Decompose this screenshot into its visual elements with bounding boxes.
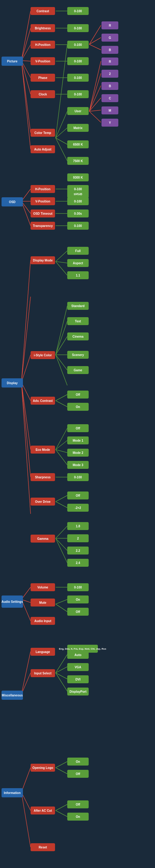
adv-on-node: On — [67, 403, 89, 411]
matrix-node: Matrix — [67, 124, 89, 132]
sharpness-node: Sharpness — [31, 473, 55, 481]
hpos-range-node: 0-100 — [67, 41, 89, 49]
g22-node: 2.2 — [67, 547, 89, 555]
eco-mode3-node: Mode 3 — [67, 461, 89, 469]
text-node: Text — [67, 317, 89, 325]
svg-line-7 — [22, 61, 31, 149]
display-mode-node: Display Mode — [31, 256, 55, 264]
svg-line-81 — [56, 768, 67, 774]
od-m2-node: -2+2 — [67, 504, 89, 512]
gamma-node: Gamma — [31, 535, 55, 542]
adv-contrast-node: Adv. Contrast — [31, 397, 55, 405]
matrix-b-node: B — [101, 82, 118, 90]
vol-range-node: 0-100 — [67, 583, 89, 591]
svg-line-60 — [56, 502, 67, 508]
svg-line-56 — [56, 450, 67, 453]
svg-line-20 — [89, 38, 101, 44]
matrix-m-node: M — [101, 106, 118, 114]
svg-line-25 — [89, 98, 101, 111]
osd-h-node: H-Position — [31, 185, 55, 193]
user-r-node: R — [101, 22, 118, 29]
svg-line-48 — [56, 336, 67, 355]
svg-line-54 — [56, 428, 67, 450]
svg-line-6 — [22, 61, 31, 133]
od-off-node: Off — [67, 492, 89, 499]
brightness-node: Brightness — [31, 24, 55, 32]
svg-line-1 — [22, 28, 31, 61]
osd-timeout-range-node: 0-30s — [67, 210, 89, 217]
mute-node: Mute — [31, 598, 55, 607]
svg-line-53 — [56, 401, 67, 407]
svg-line-64 — [56, 538, 67, 563]
is-dvi-node: DVI — [67, 675, 89, 683]
svg-line-52 — [56, 395, 67, 401]
opening-logo-node: Opening Logo — [31, 764, 55, 772]
eco-off-node: Off — [67, 424, 89, 432]
game-node: Game — [67, 366, 89, 374]
svg-line-69 — [56, 599, 67, 604]
svg-line-46 — [56, 306, 67, 355]
contrast-range-node: 0-100 — [67, 7, 89, 15]
svg-line-24 — [89, 86, 101, 111]
v9300-node: 9300 K — [67, 174, 89, 181]
svg-line-55 — [56, 440, 67, 450]
svg-line-78 — [56, 673, 67, 679]
is-vga-node: VGA — [67, 663, 89, 671]
svg-line-42 — [22, 382, 31, 514]
eco-mode2-node: Mode 2 — [67, 449, 89, 457]
svg-line-19 — [89, 25, 101, 44]
clock-node: Clock — [31, 90, 55, 98]
svg-line-17 — [56, 138, 67, 144]
svg-line-43 — [56, 251, 67, 261]
logo-off-node: Off — [67, 770, 89, 778]
svg-line-63 — [56, 538, 67, 551]
svg-line-82 — [56, 804, 67, 810]
v6500-node: 6500 K — [67, 141, 89, 148]
svg-line-50 — [56, 355, 67, 370]
svg-line-59 — [56, 495, 67, 502]
svg-line-5 — [22, 61, 31, 94]
brightness-range-node: 0-100 — [67, 24, 89, 32]
standard-node: Standard — [67, 302, 89, 310]
g24-node: 2.4 — [67, 559, 89, 567]
svg-line-41 — [22, 382, 31, 477]
is-auto-node: Auto — [67, 651, 89, 659]
adv-off-node: Off — [67, 391, 89, 399]
matrix-r-node: R — [101, 58, 118, 65]
sharp-range-node: 0-100 — [67, 473, 89, 481]
svg-line-38 — [22, 355, 31, 382]
reset-node: Reset — [31, 843, 55, 851]
user-b-node: B — [101, 46, 118, 54]
after-ac-node: After AC Cut — [31, 807, 55, 814]
osd-trans-range-node: 0-100 — [67, 222, 89, 230]
audio-input-node: Audio Input — [31, 617, 55, 625]
svg-line-71 — [22, 651, 31, 694]
language-node: Language — [31, 648, 55, 656]
svg-line-61 — [56, 526, 67, 538]
user-g-node: G — [101, 34, 118, 41]
vpos-range-node: 0-100 — [67, 57, 89, 65]
picture-node: Picture — [2, 57, 23, 66]
display-node: Display — [2, 378, 23, 388]
svg-line-83 — [56, 810, 67, 817]
svg-line-51 — [56, 355, 67, 385]
svg-line-27 — [89, 111, 101, 122]
svg-line-75 — [22, 792, 31, 847]
i-style-node: i-Style Color — [31, 351, 55, 359]
user-node: User — [67, 107, 89, 115]
svg-line-37 — [22, 297, 31, 382]
svg-line-76 — [56, 654, 67, 673]
scenery-node: Scenery — [67, 351, 89, 359]
osd-h-range-node: 0-100 — [67, 185, 89, 193]
svg-line-0 — [22, 11, 31, 61]
volume-node: Volume — [31, 583, 55, 591]
mute-off-node: Off — [67, 608, 89, 616]
svg-line-15 — [56, 111, 67, 138]
clock-range-node: 0-100 — [67, 90, 89, 98]
svg-line-73 — [22, 768, 31, 792]
phase-range-node: 0-100 — [67, 74, 89, 82]
ratio11-node: 1.1 — [67, 271, 89, 279]
misc-node: Miscellaneous — [2, 691, 23, 700]
svg-line-18 — [56, 138, 67, 161]
v-position-pic-node: V-Position — [31, 57, 55, 65]
